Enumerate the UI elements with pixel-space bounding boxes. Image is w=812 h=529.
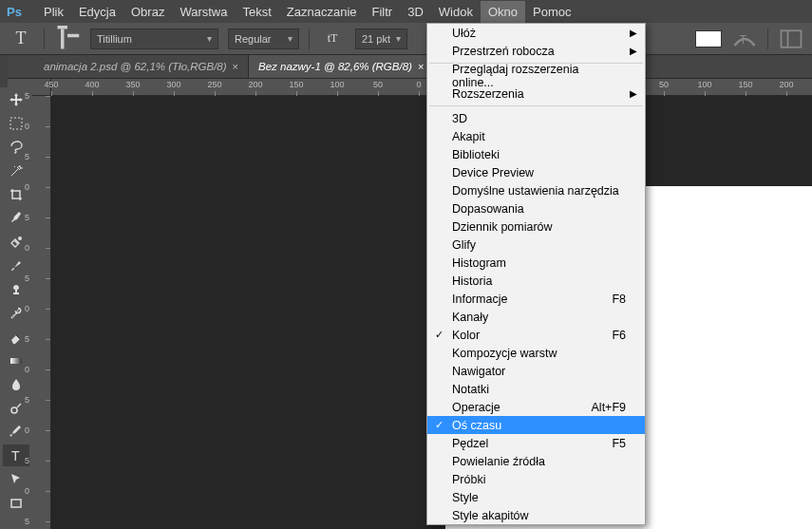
separator (767, 28, 768, 49)
chevron-down-icon: ▾ (201, 33, 212, 44)
menu-tekst[interactable]: Tekst (235, 1, 278, 23)
separator (44, 28, 45, 49)
svg-rect-0 (61, 28, 65, 48)
menu-pomoc[interactable]: Pomoc (525, 1, 578, 23)
menu-item-dopasowania[interactable]: Dopasowania (427, 199, 645, 217)
menubar: Ps PlikEdycjaObrazWarstwaTekstZaznaczani… (0, 0, 812, 23)
menu-edycja[interactable]: Edycja (71, 1, 123, 23)
svg-rect-2 (67, 33, 79, 37)
svg-rect-1 (58, 26, 68, 29)
svg-rect-4 (782, 30, 802, 47)
submenu-arrow-icon: ▶ (630, 88, 637, 99)
svg-rect-11 (11, 500, 21, 507)
font-size-select[interactable]: 21 pkt ▾ (355, 28, 407, 49)
text-color-swatch[interactable] (695, 30, 722, 47)
menu-item-przestrze-robocza[interactable]: Przestrzeń robocza▶ (427, 42, 645, 60)
menu-item-style-akapit-w[interactable]: Style akapitów (427, 506, 645, 524)
check-icon: ✓ (435, 419, 444, 431)
font-family-select[interactable]: Titillium ▾ (90, 28, 218, 49)
panels-button[interactable] (778, 28, 804, 50)
menu-3d[interactable]: 3D (400, 1, 431, 23)
tab-title: animacja 2.psd @ 62,1% (Tło,RGB/8) (44, 61, 227, 72)
menu-zaznaczanie[interactable]: Zaznaczanie (279, 1, 365, 23)
warp-text-button[interactable]: T (731, 28, 758, 50)
menu-item-label: Historia (452, 274, 492, 288)
menu-item-label: Notatki (452, 383, 489, 396)
menu-item-nawigator[interactable]: Nawigator (427, 362, 645, 380)
menu-item-u-[interactable]: Ułóż▶ (427, 24, 645, 42)
menu-item-label: Glify (452, 238, 476, 252)
menu-okno[interactable]: Okno (481, 1, 525, 23)
menu-item-3d[interactable]: 3D (427, 109, 645, 127)
active-tool-icon[interactable]: T (8, 26, 34, 52)
font-style-select[interactable]: Regular ▾ (228, 28, 299, 49)
separator (309, 28, 310, 49)
menu-item-dziennik-pomiar-w[interactable]: Dziennik pomiarów (427, 217, 645, 236)
menu-item-kompozycje-warstw[interactable]: Kompozycje warstw (427, 344, 645, 362)
menu-item-histogram[interactable]: Histogram (427, 254, 645, 272)
font-family-value: Titillium (97, 33, 132, 45)
menu-item-label: Dopasowania (452, 202, 524, 216)
menu-item-notatki[interactable]: Notatki (427, 380, 645, 398)
menu-item-label: Powielanie źródła (452, 455, 545, 468)
menu-item-operacje[interactable]: OperacjeAlt+F9 (427, 398, 645, 416)
menu-item-biblioteki[interactable]: Biblioteki (427, 145, 645, 163)
ruler-mark: 50 (378, 79, 419, 96)
menu-item-historia[interactable]: Historia (427, 272, 645, 290)
svg-point-7 (18, 236, 22, 240)
menu-obraz[interactable]: Obraz (123, 1, 172, 23)
menu-item-label: Domyślne ustawienia narzędzia (452, 184, 619, 198)
chevron-down-icon: ▾ (282, 33, 293, 44)
svg-text:T: T (740, 33, 747, 47)
menu-item-device-preview[interactable]: Device Preview (427, 163, 645, 181)
menu-item-kolor[interactable]: ✓KolorF6 (427, 326, 645, 344)
menu-widok[interactable]: Widok (431, 1, 481, 23)
menu-shortcut: F5 (612, 437, 626, 450)
menu-item-o-czasu[interactable]: ✓Oś czasu (427, 416, 645, 434)
font-style-value: Regular (235, 33, 272, 45)
menu-item-kana-y[interactable]: Kanały (427, 308, 645, 326)
window-menu-dropdown: Ułóż▶Przestrzeń robocza▶Przeglądaj rozsz… (426, 23, 646, 525)
menu-warstwa[interactable]: Warstwa (172, 1, 235, 23)
menu-item-pr-bki[interactable]: Próbki (427, 470, 645, 488)
menu-filtr[interactable]: Filtr (365, 1, 401, 23)
menu-item-powielanie-r-d-a[interactable]: Powielanie źródła (427, 452, 645, 470)
menu-separator (429, 105, 643, 106)
ruler-vertical[interactable]: 505050505050505 (32, 96, 51, 529)
orientation-toggle[interactable] (54, 26, 81, 52)
document-tab[interactable]: animacja 2.psd @ 62,1% (Tło,RGB/8)× (34, 55, 249, 78)
menu-plik[interactable]: Plik (36, 1, 71, 23)
close-icon[interactable]: × (418, 61, 424, 72)
menu-item-label: Kompozycje warstw (452, 347, 557, 360)
font-size-icon: tT (319, 26, 346, 52)
ruler-mark: 200 (786, 79, 812, 96)
menu-item-label: Style akapitów (452, 509, 529, 522)
menu-item-label: Histogram (452, 256, 506, 270)
menu-item-label: Informacje (452, 293, 507, 306)
workspace: 4504003503002502001501005005010015020025… (32, 79, 812, 529)
menu-item-label: Dziennik pomiarów (452, 220, 553, 234)
menu-item-label: Oś czasu (452, 419, 501, 432)
menu-item-glify[interactable]: Glify (427, 236, 645, 254)
submenu-arrow-icon: ▶ (630, 46, 637, 56)
close-icon[interactable]: × (233, 61, 238, 72)
menu-shortcut: F6 (612, 329, 626, 342)
wand-tool[interactable] (3, 160, 29, 181)
menu-item-style[interactable]: Style (427, 488, 645, 506)
document-tab[interactable]: Bez nazwy-1 @ 82,6% (RGB/8)× (249, 55, 434, 78)
menu-item-label: Kolor (452, 329, 480, 342)
menu-item-rozszerzenia[interactable]: Rozszerzenia▶ (427, 85, 645, 103)
menu-item-domy-lne-ustawienia-narz-dzia[interactable]: Domyślne ustawienia narzędzia (427, 181, 645, 199)
menu-item-label: Nawigator (452, 365, 505, 378)
menu-item-akapit[interactable]: Akapit (427, 127, 645, 145)
svg-point-9 (11, 407, 17, 413)
menu-item-label: Device Preview (452, 166, 534, 179)
menu-item-label: 3D (452, 112, 467, 125)
menu-shortcut: Alt+F9 (592, 401, 626, 414)
menu-item-przegl-daj-rozszerzenia-online-[interactable]: Przeglądaj rozszerzenia online... (427, 66, 645, 85)
menu-item-label: Przestrzeń robocza (452, 45, 555, 58)
blur-tool[interactable] (3, 373, 29, 395)
svg-rect-8 (10, 358, 22, 364)
menu-item-informacje[interactable]: InformacjeF8 (427, 290, 645, 308)
menu-item-p-dzel[interactable]: PędzelF5 (427, 434, 645, 452)
